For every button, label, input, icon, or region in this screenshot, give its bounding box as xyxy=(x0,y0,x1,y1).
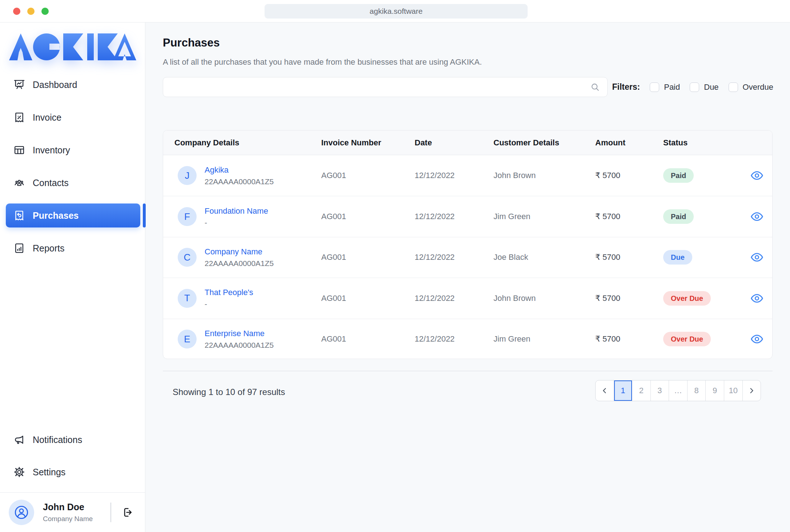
checkbox[interactable] xyxy=(729,82,738,92)
status-badge: Paid xyxy=(663,209,694,224)
company-initial: C xyxy=(184,252,191,263)
search-input[interactable] xyxy=(163,77,590,97)
invoice-number: AG001 xyxy=(321,171,415,180)
eye-icon xyxy=(750,294,763,303)
company-initial: E xyxy=(184,334,190,345)
company-gst-id: 22AAAAA0000A1Z5 xyxy=(205,259,274,268)
company-link[interactable]: Company Name xyxy=(205,247,274,257)
view-purchase-button[interactable] xyxy=(749,251,765,263)
page-button[interactable]: 2 xyxy=(632,380,650,401)
company-gst-id: 22AAAAA0000A1Z5 xyxy=(205,341,274,350)
sidebar: Dashboard Invoice Inventory xyxy=(0,23,145,532)
status-badge: Over Due xyxy=(663,291,711,306)
page-button[interactable] xyxy=(596,380,614,401)
profile-name: John Doe xyxy=(43,502,110,512)
search-box xyxy=(163,77,608,97)
column-header: Invoice Number xyxy=(321,138,415,148)
company-link[interactable]: Foundation Name xyxy=(205,206,268,216)
filter-label: Overdue xyxy=(743,82,773,92)
filter-option: Due xyxy=(690,82,718,92)
table-header: Company Details Invoice Number Date Cust… xyxy=(163,130,772,155)
sidebar-item-reports[interactable]: Reports xyxy=(6,236,140,260)
profile-divider xyxy=(110,503,111,522)
view-purchase-button[interactable] xyxy=(749,292,765,305)
gear-icon xyxy=(13,466,25,478)
invoice-number: AG001 xyxy=(321,334,415,344)
customer-name: John Brown xyxy=(493,171,595,180)
eye-icon xyxy=(750,334,763,344)
page-number: 9 xyxy=(713,386,717,395)
sidebar-item-invoice[interactable]: Invoice xyxy=(6,105,140,129)
avatar xyxy=(9,500,34,525)
logout-button[interactable] xyxy=(120,505,135,520)
page-button[interactable]: 9 xyxy=(705,380,724,401)
view-purchase-button[interactable] xyxy=(749,333,765,345)
page-number: 8 xyxy=(694,386,698,395)
checkbox[interactable] xyxy=(650,82,659,92)
sidebar-item-settings[interactable]: Settings xyxy=(6,460,140,484)
status-badge: Over Due xyxy=(663,332,711,346)
invoice-date: 12/12/2022 xyxy=(415,171,493,180)
user-group-icon xyxy=(13,177,25,189)
company-link[interactable]: Agkika xyxy=(205,165,274,175)
amount: ₹ 5700 xyxy=(595,294,663,303)
company-initial: T xyxy=(184,293,190,304)
profile-company: Company Name xyxy=(43,515,110,523)
chevron-right-icon xyxy=(747,387,755,395)
company-link[interactable]: Enterprise Name xyxy=(205,329,274,338)
view-purchase-button[interactable] xyxy=(749,169,765,182)
eye-icon xyxy=(750,253,763,262)
sidebar-item-notifications[interactable]: Notifications xyxy=(6,428,140,452)
address-bar[interactable]: agkika.software xyxy=(265,4,528,19)
user-circle-icon xyxy=(13,504,30,521)
eye-icon xyxy=(750,212,763,221)
sidebar-item-dashboard[interactable]: Dashboard xyxy=(6,73,140,97)
window-controls xyxy=(13,8,49,15)
sidebar-item-label: Settings xyxy=(33,467,65,477)
logout-icon xyxy=(121,506,134,519)
footer-divider xyxy=(163,371,773,371)
column-header: Customer Details xyxy=(493,138,595,148)
invoice-number: AG001 xyxy=(321,212,415,221)
sidebar-item-inventory[interactable]: Inventory xyxy=(6,138,140,162)
sidebar-item-contacts[interactable]: Contacts xyxy=(6,171,140,195)
sidebar-item-label: Purchases xyxy=(33,210,78,221)
page-button[interactable]: … xyxy=(669,380,687,401)
sidebar-item-label: Reports xyxy=(33,243,65,254)
page-button[interactable]: 8 xyxy=(687,380,706,401)
minimize-window-button[interactable] xyxy=(27,8,35,15)
page-number: … xyxy=(674,386,682,395)
sidebar-bottom-nav: Notifications Settings xyxy=(6,428,140,492)
sidebar-item-label: Inventory xyxy=(33,145,70,156)
pagination: 1 2 3 … 8 xyxy=(595,380,761,401)
page-button[interactable]: 10 xyxy=(724,380,742,401)
sidebar-item-purchases[interactable]: Purchases xyxy=(6,203,140,227)
zoom-window-button[interactable] xyxy=(41,8,49,15)
view-purchase-button[interactable] xyxy=(749,210,765,223)
amount: ₹ 5700 xyxy=(595,171,663,180)
company-avatar: E xyxy=(178,330,197,348)
main-content: Purchases A list of all the purchases th… xyxy=(145,23,790,532)
document-chart-icon xyxy=(13,242,25,254)
close-window-button[interactable] xyxy=(13,8,20,15)
customer-name: Jim Green xyxy=(493,212,595,221)
company-avatar: T xyxy=(178,289,197,308)
customer-name: Jim Green xyxy=(493,334,595,344)
company-link[interactable]: That People's xyxy=(205,288,253,297)
presentation-chart-icon xyxy=(13,78,25,91)
page-button[interactable] xyxy=(742,380,761,401)
chevron-left-icon xyxy=(601,387,609,395)
address-bar-url: agkika.software xyxy=(370,7,423,16)
sidebar-item-label: Dashboard xyxy=(33,80,77,90)
page-button[interactable]: 1 xyxy=(614,380,632,401)
page-number: 2 xyxy=(639,386,644,395)
checkbox[interactable] xyxy=(690,82,699,92)
page-button[interactable]: 3 xyxy=(650,380,669,401)
page-title: Purchases xyxy=(163,36,220,49)
amount: ₹ 5700 xyxy=(595,212,663,221)
customer-name: Joe Black xyxy=(493,253,595,262)
receipt-refund-icon xyxy=(13,209,25,222)
megaphone-icon xyxy=(13,434,25,446)
table-row: E Enterprise Name 22AAAAA0000A1Z5 AG001 … xyxy=(163,319,772,359)
table-cells-icon xyxy=(13,144,25,156)
